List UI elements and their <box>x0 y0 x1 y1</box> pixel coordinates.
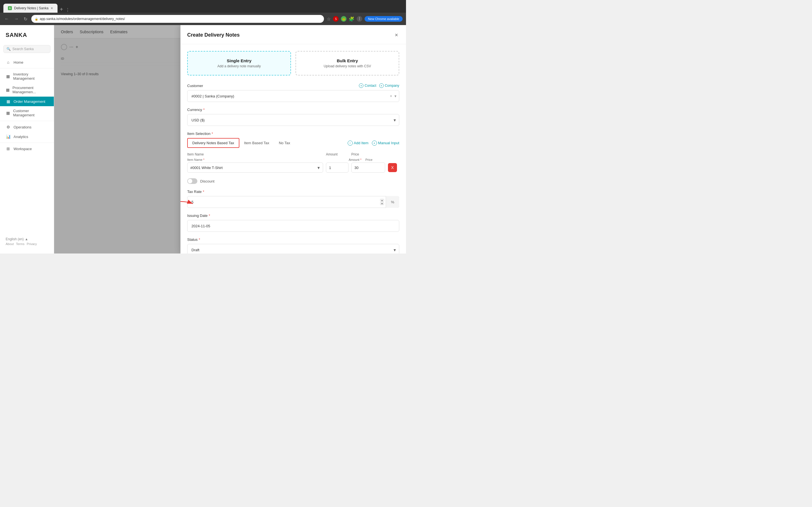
tab-close-button[interactable]: × <box>51 6 53 10</box>
sidebar-item-analytics-label: Analytics <box>13 135 28 139</box>
item-tab-item-based[interactable]: Item Based Tax <box>239 138 274 148</box>
customer-label-actions: + Contact + Company <box>359 83 399 88</box>
status-select-wrapper: Draft ▾ <box>187 244 399 253</box>
tax-rate-input[interactable] <box>187 196 399 208</box>
bulk-entry-card[interactable]: Bulk Entry Upload delivery notes with CS… <box>296 51 399 75</box>
item-name-select-wrapper: #0001 White T-Shirt ▾ <box>187 163 323 173</box>
price-col-label: Price <box>351 152 385 156</box>
item-selection-required: * <box>211 131 213 136</box>
order-icon: ▦ <box>6 99 11 104</box>
privacy-link[interactable]: Privacy <box>27 242 37 245</box>
sidebar-item-home[interactable]: ⌂ Home <box>0 57 54 67</box>
status-required: * <box>199 237 200 242</box>
contact-plus-icon: + <box>359 83 363 88</box>
create-delivery-notes-modal: Create Delivery Notes × Single Entry Add… <box>181 25 406 253</box>
clear-customer-button[interactable]: × <box>390 94 392 98</box>
customer-icon: ▦ <box>6 111 10 115</box>
terms-link[interactable]: Terms <box>16 242 24 245</box>
issuing-date-input[interactable] <box>187 220 399 232</box>
company-button[interactable]: + Company <box>379 83 399 88</box>
customer-field-group: Customer + Contact + Company <box>187 83 399 102</box>
ext-icon-2[interactable]: 🐸 <box>341 16 347 22</box>
currency-select[interactable]: USD ($) <box>187 114 399 126</box>
tax-rate-spinner: ▲ ▼ <box>379 196 385 208</box>
add-item-button[interactable]: ↑ Add Item <box>348 140 368 146</box>
item-name-select[interactable]: #0001 White T-Shirt <box>187 163 323 173</box>
sidebar-item-customer-label: Customer Management <box>13 109 49 117</box>
modal-close-button[interactable]: × <box>394 31 399 40</box>
item-name-col-label: Item Name <box>187 152 323 156</box>
actions-col-label <box>388 152 399 156</box>
company-label: Company <box>385 83 399 88</box>
add-item-icon: ↑ <box>348 140 353 146</box>
modal-header: Create Delivery Notes × <box>181 25 406 44</box>
divider-1 <box>0 68 54 68</box>
item-delete-button[interactable]: X <box>388 163 397 172</box>
manual-input-button[interactable]: + Manual Input <box>372 140 399 146</box>
single-entry-title: Single Entry <box>195 58 284 63</box>
sidebar-item-analytics[interactable]: 📊 Analytics <box>0 132 54 142</box>
sidebar-links: About Terms Privacy <box>6 242 48 245</box>
workspace-icon: ⊞ <box>6 147 11 151</box>
tax-rate-increment[interactable]: ▲ <box>380 199 384 202</box>
extensions-icon[interactable]: 🧩 <box>349 16 354 22</box>
search-input[interactable]: 🔍 Search Sanka <box>3 45 50 53</box>
back-button[interactable]: ← <box>3 15 10 22</box>
status-select[interactable]: Draft <box>187 244 399 253</box>
divider-3 <box>0 143 54 143</box>
discount-toggle[interactable] <box>187 178 197 184</box>
contact-label: Contact <box>364 83 376 88</box>
customer-input[interactable] <box>187 90 399 102</box>
discount-label: Discount <box>200 179 214 183</box>
forward-button[interactable]: → <box>13 15 20 22</box>
sidebar-item-inventory-label: Inventory Management <box>13 72 48 80</box>
bulk-entry-desc: Upload delivery notes with CSV <box>303 64 392 68</box>
currency-label: Currency * <box>187 108 399 112</box>
browser-actions: ☆ S 🐸 🧩 I New Chrome available <box>327 16 403 22</box>
about-link[interactable]: About <box>6 242 14 245</box>
sidebar-item-inventory[interactable]: ▦ Inventory Management <box>0 69 54 83</box>
active-tab[interactable]: S Delivery Notes | Sanka × <box>3 4 57 13</box>
procurement-icon: ▦ <box>6 88 10 92</box>
new-chrome-button[interactable]: New Chrome available <box>364 16 403 22</box>
profile-icon[interactable]: I <box>357 16 362 22</box>
item-price-input[interactable] <box>351 163 385 173</box>
analytics-icon: 📊 <box>6 134 11 139</box>
modal-overlay: Create Delivery Notes × Single Entry Add… <box>54 25 406 253</box>
expand-customer-button[interactable]: ▾ <box>395 94 396 98</box>
toggle-knob <box>188 179 192 183</box>
currency-required: * <box>203 108 205 112</box>
bookmark-icon[interactable]: ☆ <box>327 16 331 22</box>
add-item-label: Add Item <box>354 141 368 145</box>
single-entry-card[interactable]: Single Entry Add a delivery note manuall… <box>187 51 291 75</box>
reload-button[interactable]: ↻ <box>22 15 29 23</box>
sidebar-item-operations[interactable]: ⚙ Operations <box>0 122 54 132</box>
browser-chrome: S Delivery Notes | Sanka × + ⋮ <box>0 0 406 13</box>
tab-menu-button[interactable]: ⋮ <box>65 7 70 13</box>
tax-rate-percent-label: % <box>386 196 399 208</box>
item-selection-label: Item Selection * <box>187 131 399 136</box>
sidebar-item-customer[interactable]: ▦ Customer Management <box>0 106 54 120</box>
ext-icon-1[interactable]: S <box>333 16 339 22</box>
home-icon: ⌂ <box>6 60 11 64</box>
language-selector[interactable]: English (en) ▲ <box>6 237 48 241</box>
inventory-icon: ▦ <box>6 74 10 78</box>
amount-required-label: Amount * <box>349 158 361 161</box>
address-bar[interactable]: 🔒 app.sanka.io/modules/ordermanagement/d… <box>31 15 324 23</box>
item-row-1: #0001 White T-Shirt ▾ X <box>187 163 399 173</box>
sidebar-item-procurement[interactable]: ▦ Procurement Managemen... <box>0 83 54 97</box>
company-plus-icon: + <box>379 83 384 88</box>
item-amount-input[interactable] <box>326 163 349 173</box>
sidebar-item-workspace[interactable]: ⊞ Workspace <box>0 144 54 154</box>
sidebar-nav: ⌂ Home ▦ Inventory Management ▦ Procurem… <box>0 57 54 234</box>
sidebar-item-order[interactable]: ▦ Order Management <box>0 97 54 106</box>
status-label: Status * <box>187 237 399 242</box>
app-logo: SANKA <box>0 30 54 44</box>
tax-rate-decrement[interactable]: ▼ <box>380 202 384 205</box>
item-tab-no-tax[interactable]: No Tax <box>274 138 295 148</box>
entry-type-cards: Single Entry Add a delivery note manuall… <box>187 51 399 75</box>
contact-button[interactable]: + Contact <box>359 83 376 88</box>
item-tab-delivery-notes[interactable]: Delivery Notes Based Tax <box>187 138 239 148</box>
new-tab-button[interactable]: + <box>57 6 65 13</box>
sidebar-item-operations-label: Operations <box>13 125 32 129</box>
